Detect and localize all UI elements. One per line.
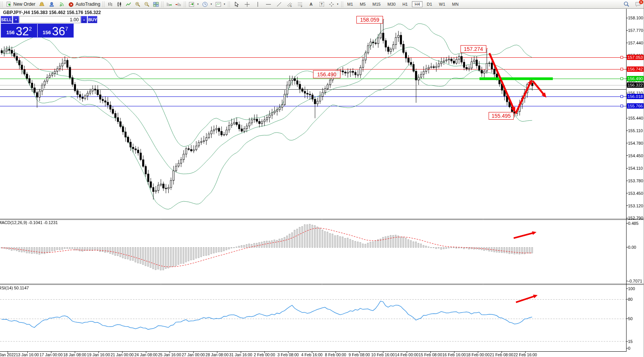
price-tag-157.053: 157.053 [627, 55, 644, 60]
autotrading-label: AutoTrading [76, 2, 100, 7]
price-tag-156.490: 156.490 [627, 76, 644, 81]
buy-price-sup: 7 [65, 26, 68, 32]
tf-button-m30[interactable]: M30 [385, 1, 398, 7]
price-tag-156.018: 156.018 [627, 94, 644, 99]
macd-axis-tick: 0.485 [628, 221, 639, 226]
price-axis-tick: 154.110 [628, 166, 643, 171]
price-axis-tick: 152.790 [628, 216, 643, 220]
horizontal-line-tool-icon[interactable] [266, 1, 272, 7]
time-axis-label: 16 Feb 16:00 [442, 352, 466, 357]
buy-price-display[interactable]: 156 36 7 [38, 24, 74, 37]
time-axis-label: 3 Feb 08:00 [277, 352, 299, 357]
add-indicator-icon [189, 1, 195, 7]
rsi-axis-tick: 80 [628, 297, 633, 302]
tf-button-m1[interactable]: M1 [345, 1, 356, 7]
toolbar-grip[interactable] [228, 2, 230, 7]
expert-advisors-icon[interactable] [49, 1, 55, 7]
toolbar-grip[interactable] [184, 2, 186, 7]
add-indicator-button[interactable]: ▼ [187, 0, 201, 8]
signals-icon[interactable] [59, 1, 65, 7]
volume-down-button[interactable]: ▼ [13, 16, 19, 23]
rsi-indicator-label: RSI(14) 50.1147 [0, 286, 29, 290]
time-axis-label: 22 Feb 16:00 [513, 352, 537, 357]
rsi-axis-tick: 0 [628, 346, 630, 351]
tf-button-w1[interactable]: W1 [436, 1, 448, 7]
line-chart-icon[interactable] [126, 1, 132, 7]
tf-button-mn[interactable]: MN [449, 1, 461, 7]
tf-button-d1[interactable]: D1 [424, 1, 435, 7]
new-order-button[interactable]: New Order [4, 0, 37, 8]
volume-control: ▼ ▲ [13, 16, 87, 23]
shapes-button[interactable]: ▼ [327, 0, 340, 8]
sell-price-big: 32 [16, 26, 28, 37]
annotation-spike-157274[interactable]: 157.274 [460, 45, 486, 53]
main-toolbar: New Order AutoTrading [0, 0, 644, 9]
toolbar-grip[interactable] [341, 2, 343, 7]
macd-indicator-label: MACD(12,26,9) -0.1041 -0.1231 [0, 220, 58, 225]
new-order-label: New Order [13, 2, 35, 7]
autotrading-button[interactable]: AutoTrading [66, 0, 102, 8]
sell-price-sup: 2 [29, 26, 32, 32]
chart-canvas[interactable] [0, 0, 644, 357]
toolbar-grip[interactable] [103, 2, 104, 7]
macd-axis-tick: 0.00 [628, 245, 636, 250]
gold-bars-icon[interactable] [39, 1, 45, 7]
search-icon[interactable] [623, 1, 630, 7]
chart-shift-icon[interactable] [176, 1, 182, 7]
candlestick-chart-icon[interactable] [117, 1, 123, 7]
price-axis-tick: 153.780 [628, 178, 643, 183]
trendline-tool-icon[interactable] [276, 1, 282, 7]
channel-tool-icon[interactable]: E [287, 1, 293, 7]
tf-button-h4[interactable]: H4 [412, 1, 422, 7]
svg-text:F: F [301, 5, 302, 7]
one-click-trading-panel: SELL ▼ ▲ BUY 156 32 2 156 36 7 [1, 16, 74, 38]
crosshair-icon[interactable] [244, 1, 250, 7]
annotation-mid-156490[interactable]: 156.490 [313, 70, 340, 78]
zoom-in-icon[interactable] [135, 1, 141, 7]
price-axis-tick: 157.770 [628, 28, 643, 33]
fibonacci-tool-icon[interactable]: F [297, 1, 304, 7]
label-tool-icon[interactable]: T [319, 1, 325, 7]
cursor-icon[interactable] [234, 1, 240, 7]
buy-button[interactable]: BUY [88, 16, 97, 23]
toolbar-grip[interactable] [1, 2, 3, 7]
autotrading-icon [68, 1, 74, 7]
volume-up-button[interactable]: ▲ [81, 16, 87, 23]
annotation-high-158059[interactable]: 158.059 [356, 16, 383, 24]
notification-badge: 1 [639, 0, 643, 4]
zoom-out-icon[interactable] [144, 1, 150, 7]
time-axis-label: 2 Feb 00:00 [254, 352, 275, 357]
vertical-line-tool-icon[interactable] [255, 1, 261, 7]
dropdown-caret: ▼ [197, 3, 199, 5]
tile-windows-icon[interactable] [153, 1, 159, 7]
sell-price-display[interactable]: 156 32 2 [1, 24, 38, 37]
time-axis-label: 18 Feb 00:00 [466, 352, 490, 357]
time-axis-label: 27 Jan 00:00 [182, 352, 205, 357]
time-axis-label: 9 Feb 08:00 [349, 352, 370, 357]
price-tag-155.766: 155.766 [627, 103, 644, 109]
volume-input[interactable] [19, 16, 81, 23]
price-axis-tick: 153.120 [628, 204, 643, 208]
sell-button[interactable]: SELL [1, 16, 12, 23]
time-axis-label: 18 Jan 08:00 [63, 352, 86, 357]
time-axis-label: 4 Feb 16:00 [301, 352, 323, 357]
bar-chart-icon[interactable] [108, 1, 114, 7]
chat-icon[interactable]: 1 [635, 1, 641, 7]
label-tool-letter: T [320, 2, 324, 6]
annotation-low-155495[interactable]: 155.495 [489, 112, 514, 120]
auto-scroll-icon[interactable] [166, 1, 172, 7]
periods-button[interactable]: ▼ [201, 0, 214, 8]
price-tag-156.742: 156.742 [627, 66, 644, 72]
time-axis-label: 13 Jan 16:00 [16, 352, 39, 357]
buy-price-big: 36 [52, 26, 65, 37]
tf-button-m15[interactable]: M15 [370, 1, 383, 7]
tf-button-h1[interactable]: H1 [400, 1, 410, 7]
toolbar-grip[interactable] [161, 2, 163, 7]
text-tool-icon[interactable]: A [308, 1, 314, 7]
buy-price-small: 156 [43, 30, 51, 35]
templates-button[interactable]: ▼ [214, 0, 227, 8]
template-icon [215, 1, 222, 7]
tf-button-m5[interactable]: M5 [357, 1, 368, 7]
price-axis-tick: 153.450 [628, 191, 643, 196]
new-order-icon [6, 1, 12, 7]
